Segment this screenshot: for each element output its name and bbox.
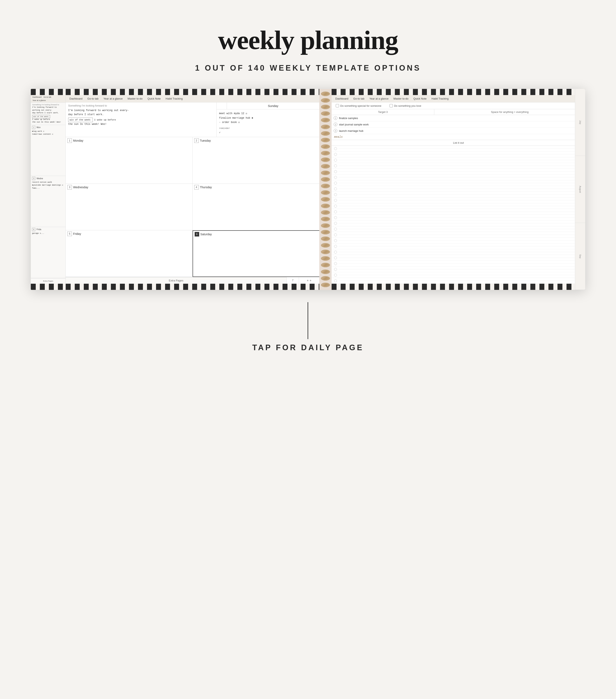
checkbox-special-box[interactable] — [336, 104, 339, 107]
list-circle-8 — [334, 187, 337, 190]
list-line-9 — [339, 194, 583, 195]
target-items-section: 1 finalize samples 2 start journal sampl… — [332, 115, 585, 140]
checkbox-love: Do something you love — [390, 104, 421, 107]
list-item-10 — [332, 197, 585, 203]
deco-strip-bottom-left — [31, 284, 66, 290]
list-circle-10 — [334, 199, 337, 202]
list-circle-21 — [334, 262, 337, 265]
spiral-coil-21 — [321, 223, 330, 228]
target-text-2: start journal sample work — [339, 123, 578, 126]
checkboxes-row: Do something special for someone Do some… — [332, 103, 585, 109]
friday-cell: 5 Friday — [66, 230, 193, 277]
planner-container: Dashboard Go-to tab Year at a glance Som… — [31, 89, 585, 290]
full-planner: Dashboard Go-to tab Year at a glance Mas… — [66, 89, 585, 290]
wednesday-num: 3 — [67, 185, 72, 189]
nav-tab-year[interactable]: Year at a glance — [102, 96, 124, 101]
monday-label: Monday — [73, 139, 83, 142]
spiral-coil-1 — [321, 92, 330, 96]
spiral-coil-10 — [321, 151, 330, 155]
deco-bottom-right — [332, 284, 585, 290]
bottom-bar-main: Extra Pages 7 ● ● — [66, 277, 319, 284]
tuesday-num: 2 — [194, 139, 199, 143]
sunday-check: ✓ — [219, 131, 317, 135]
nav-tab-quick-r[interactable]: Quick Note — [411, 96, 429, 101]
target-circle-3: 3 — [334, 129, 337, 133]
list-line-5 — [339, 171, 583, 172]
target-text-1: finalize samples — [339, 117, 578, 120]
nav-tab-dashboard-left[interactable]: Dashboard — [31, 96, 42, 98]
list-circle-2 — [334, 153, 337, 156]
nav-tab-dashboard[interactable]: Dashboard — [67, 96, 84, 101]
nav-tab-goto[interactable]: Go-to tab — [86, 96, 101, 101]
sunday-note2: finalize marriage hub ✱ — [219, 116, 317, 120]
day1-num-left: 1 — [32, 126, 35, 129]
spiral-coil-5 — [321, 118, 330, 122]
list-circle-6 — [334, 176, 337, 179]
nav-tab-year-r[interactable]: Year at a glance — [367, 96, 391, 101]
thursday-header: 4 Thursday — [194, 185, 318, 189]
extra-pages-main: Extra Pages — [66, 277, 286, 284]
list-line-6 — [339, 177, 583, 177]
sunday-reminder: reminder — [219, 127, 317, 131]
day3-name-left: Wedne — [37, 177, 43, 180]
spiral-coil-28 — [321, 269, 330, 274]
list-item-15 — [332, 226, 585, 232]
day5-num-left: 5 — [32, 228, 35, 231]
thursday-cell: 4 Thursday — [193, 184, 319, 230]
list-circle-4 — [334, 164, 337, 167]
day5-name-left: Frida — [37, 228, 41, 230]
nav-tab-quick[interactable]: Quick Note — [145, 96, 162, 101]
spiral-coil-26 — [321, 256, 330, 261]
list-line-4 — [339, 166, 583, 166]
list-line-17 — [339, 240, 583, 241]
notes-text-left: I'm looking forward to working out every… — [32, 106, 64, 124]
side-tab-sep[interactable]: Sep — [575, 223, 585, 290]
list-item-5 — [332, 169, 585, 174]
nav-tab-dashboard-r[interactable]: Dashboard — [333, 96, 351, 101]
list-line-1 — [339, 148, 583, 149]
list-circle-7 — [334, 182, 337, 185]
list-circle-17 — [334, 239, 337, 242]
looking-label-main: Something I'm looking forward to — [68, 104, 214, 107]
list-item-23 — [332, 272, 585, 278]
nav-tab-goto-r[interactable]: Go-to tab — [351, 96, 367, 101]
left-filled-page: Dashboard Go-to tab Year at a glance Som… — [31, 89, 66, 290]
list-line-16 — [339, 235, 583, 235]
nav-tab-year-left[interactable]: Year at a glance — [31, 99, 47, 102]
spiral-coil-13 — [321, 171, 330, 175]
side-tab-july[interactable]: July — [575, 89, 585, 156]
checkbox-love-box[interactable] — [390, 104, 393, 107]
space-box: Space for anything + everything — [434, 109, 585, 115]
main-planner-left: Dashboard Go-to tab Year at a glance Mas… — [66, 89, 319, 290]
tap-label[interactable]: TAP FOR DAILY PAGE — [252, 343, 364, 352]
monday-header: 1 Monday — [67, 139, 191, 143]
nav-tab-goto-left[interactable]: Go-to tab — [43, 96, 52, 98]
spiral-coil-12 — [321, 164, 330, 169]
nav-tab-habit[interactable]: Habit Tracking — [163, 96, 185, 101]
side-tab-august[interactable]: August — [575, 156, 585, 223]
list-line-21 — [339, 263, 583, 264]
list-circle-19 — [334, 251, 337, 253]
list-circle-18 — [334, 245, 337, 248]
spiral-coil-15 — [321, 184, 330, 188]
list-item-22 — [332, 266, 585, 272]
spiral-coil-11 — [321, 157, 330, 162]
list-line-11 — [339, 206, 583, 206]
spiral-binding — [319, 89, 332, 290]
checkbox-special: Do something special for someone — [336, 104, 381, 107]
nav-tab-habit-r[interactable]: Habit Tracking — [430, 96, 451, 101]
list-circle-3 — [334, 159, 337, 161]
saturday-cell: 6 Saturday — [193, 230, 319, 277]
nav-tab-master-r[interactable]: Master to-do — [391, 96, 410, 101]
win-detail2: the sun 3x this week! Woo! — [32, 121, 64, 124]
list-line-20 — [339, 258, 583, 258]
list-item-13 — [332, 215, 585, 221]
note-line1: I'm looking forward to working out every… — [68, 108, 214, 113]
wednesday-header: 3 Wednesday — [67, 185, 191, 189]
tuesday-header: 2 Tuesday — [194, 139, 318, 143]
page-num: 7 — [286, 277, 299, 284]
tuesday-label: Tuesday — [200, 139, 211, 142]
list-item-21 — [332, 261, 585, 266]
nav-tab-master[interactable]: Master to-do — [126, 96, 145, 101]
day3-left: 3 Wedne record notion walk ✱youtube marr… — [31, 176, 66, 227]
